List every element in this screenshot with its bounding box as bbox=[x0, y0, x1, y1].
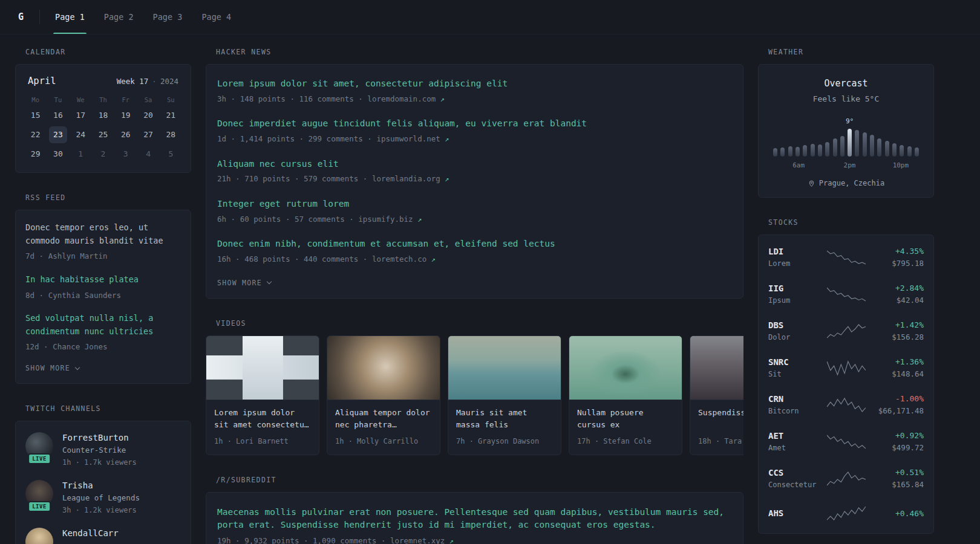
stock-values: +1.42%$156.28 bbox=[868, 320, 924, 342]
video-card[interactable]: Suspendisse diam18h · Tara bbox=[690, 335, 743, 455]
stock-name: Consectetur bbox=[768, 481, 824, 489]
item-domain-link[interactable]: loremdomain.com bbox=[367, 94, 436, 103]
video-title[interactable]: Nullam posuere cursus ex bbox=[577, 407, 674, 432]
hn-item-title[interactable]: Aliquam nec cursus elit bbox=[217, 158, 732, 170]
stock-change: +2.84% bbox=[868, 283, 924, 293]
calendar-day[interactable]: 5 bbox=[162, 146, 180, 163]
stock-row[interactable]: SNRCSit+1.36%$148.64 bbox=[768, 349, 924, 386]
stock-row[interactable]: CRNBitcorn-1.00%$66,171.48 bbox=[768, 386, 924, 423]
stock-values: +4.35%$795.18 bbox=[868, 247, 924, 268]
twitch-channel-name[interactable]: Trisha bbox=[62, 481, 140, 490]
video-card[interactable]: Nullam posuere cursus ex17h · Stefan Col… bbox=[569, 335, 682, 455]
calendar-header: April Week 17·2024 bbox=[24, 73, 182, 94]
nav-tab-1[interactable]: Page 1 bbox=[53, 0, 87, 34]
item-domain-link[interactable]: ipsumify.biz bbox=[358, 215, 413, 224]
stock-price: $795.18 bbox=[868, 259, 924, 268]
stock-row[interactable]: CCSConsectetur+0.51%$165.84 bbox=[768, 460, 924, 497]
video-card[interactable]: Lorem ipsum dolor sit amet consectetu…1h… bbox=[206, 335, 319, 455]
calendar-day[interactable]: 27 bbox=[139, 126, 157, 143]
calendar-day[interactable]: 3 bbox=[117, 146, 135, 163]
rss-item-title[interactable]: Sed volutpat nulla nisl, a condimentum n… bbox=[25, 312, 181, 338]
calendar-day[interactable]: 1 bbox=[71, 146, 90, 163]
weather-bar bbox=[892, 143, 897, 157]
rss-widget: RSS FEED Donec tempor eros leo, ut commo… bbox=[15, 193, 191, 384]
weather-location: Prague, Czechia bbox=[819, 179, 884, 187]
twitch-channel[interactable]: LIVEForrestBurtonCounter-Strike1h · 1.7k… bbox=[25, 432, 181, 468]
calendar-day[interactable]: 26 bbox=[117, 126, 135, 143]
rss-item-title[interactable]: Donec tempor eros leo, ut commodo mauris… bbox=[25, 221, 181, 247]
weather-bar bbox=[773, 148, 777, 157]
calendar-day[interactable]: 29 bbox=[27, 146, 45, 163]
show-more-label: SHOW MORE bbox=[217, 279, 262, 287]
item-domain-link[interactable]: loremlandia.org bbox=[372, 174, 440, 183]
stock-values: +1.36%$148.64 bbox=[868, 357, 924, 378]
rss-show-more-button[interactable]: SHOW MORE bbox=[25, 364, 181, 372]
calendar-day[interactable]: 28 bbox=[162, 126, 180, 143]
hn-item-title[interactable]: Donec imperdiet augue tincidunt felis al… bbox=[217, 118, 732, 130]
calendar-day[interactable]: 30 bbox=[49, 146, 67, 163]
twitch-channel-name[interactable]: KendallCarr bbox=[62, 528, 119, 538]
hn-item-title[interactable]: Lorem ipsum dolor sit amet, consectetur … bbox=[217, 78, 732, 90]
weather-bar bbox=[848, 129, 852, 157]
video-title[interactable]: Aliquam tempor dolor nec pharetra… bbox=[335, 407, 432, 432]
calendar-day[interactable]: 15 bbox=[27, 107, 45, 124]
twitch-channel[interactable]: LIVETrishaLeague of Legends3h · 1.2k vie… bbox=[25, 480, 181, 516]
video-title[interactable]: Suspendisse diam bbox=[698, 407, 743, 432]
twitch-channel[interactable]: LIVEKendallCarr bbox=[25, 528, 181, 544]
calendar-day[interactable]: 23 bbox=[49, 126, 67, 143]
stock-row[interactable]: IIGIpsum+2.84%$42.04 bbox=[768, 276, 924, 312]
stock-row[interactable]: DBSDolor+1.42%$156.28 bbox=[768, 312, 924, 349]
weather-bar bbox=[840, 136, 844, 157]
calendar-day[interactable]: 16 bbox=[49, 107, 67, 124]
stock-change: +1.42% bbox=[868, 320, 924, 329]
twitch-channel-name[interactable]: ForrestBurton bbox=[62, 433, 137, 442]
calendar-day[interactable]: 22 bbox=[27, 126, 45, 143]
video-thumbnail bbox=[206, 336, 319, 400]
video-info: Aliquam tempor dolor nec pharetra…1h · M… bbox=[327, 400, 440, 455]
rss-item-meta: 8d · Cynthia Saunders bbox=[25, 290, 181, 302]
video-card[interactable]: Aliquam tempor dolor nec pharetra…1h · M… bbox=[327, 335, 440, 455]
hn-item-title[interactable]: Donec enim nibh, condimentum et accumsan… bbox=[217, 238, 732, 250]
weather-bar bbox=[907, 146, 912, 157]
top-nav: G Page 1Page 2Page 3Page 4 bbox=[0, 0, 980, 34]
stock-identity: IIGIpsum bbox=[768, 283, 824, 305]
calendar-day[interactable]: 18 bbox=[94, 107, 112, 124]
nav-tab-3[interactable]: Page 3 bbox=[151, 0, 185, 34]
calendar-day[interactable]: 4 bbox=[139, 146, 157, 163]
external-link-icon: ↗ bbox=[417, 215, 422, 224]
video-title[interactable]: Mauris sit amet massa felis bbox=[456, 407, 553, 432]
stock-symbol: AET bbox=[768, 431, 824, 441]
app-logo[interactable]: G bbox=[16, 0, 26, 34]
item-domain-link[interactable]: loremtech.co bbox=[372, 254, 426, 264]
stock-row[interactable]: AETAmet+0.92%$499.72 bbox=[768, 423, 924, 460]
calendar-days-grid: 1516171819202122232425262728293012345 bbox=[24, 107, 182, 163]
item-domain-link[interactable]: ipsumworld.net bbox=[376, 134, 440, 143]
weather-card: Overcast Feels like 5°C 9° 6am2pm10pm Pr… bbox=[758, 64, 934, 198]
stock-sparkline-chart bbox=[827, 397, 866, 413]
nav-tab-4[interactable]: Page 4 bbox=[200, 0, 233, 34]
video-title[interactable]: Lorem ipsum dolor sit amet consectetu… bbox=[214, 407, 311, 432]
hn-item-title[interactable]: Integer eget rutrum lorem bbox=[217, 198, 732, 210]
calendar-day[interactable]: 21 bbox=[162, 107, 180, 124]
weather-bar bbox=[811, 144, 815, 157]
hackernews-show-more-button[interactable]: SHOW MORE bbox=[217, 279, 732, 287]
stock-row[interactable]: LDILorem+4.35%$795.18 bbox=[768, 239, 924, 276]
calendar-day[interactable]: 25 bbox=[94, 126, 112, 143]
stock-row[interactable]: AHS+0.46% bbox=[768, 497, 924, 529]
stock-values: +0.46% bbox=[868, 509, 924, 518]
rss-item-meta: 12d · Chance Jones bbox=[25, 342, 181, 353]
calendar-day[interactable]: 24 bbox=[71, 126, 90, 143]
nav-tab-2[interactable]: Page 2 bbox=[102, 0, 136, 34]
calendar-day[interactable]: 2 bbox=[94, 146, 112, 163]
video-card[interactable]: Mauris sit amet massa felis7h · Grayson … bbox=[448, 335, 561, 455]
item-domain-link[interactable]: loremnet.xyz bbox=[390, 536, 445, 544]
rss-item-title[interactable]: In hac habitasse platea bbox=[25, 273, 181, 287]
calendar-day[interactable]: 19 bbox=[117, 107, 135, 124]
stock-sparkline-chart bbox=[827, 249, 866, 266]
calendar-day[interactable]: 20 bbox=[139, 107, 157, 124]
subreddit-post-title[interactable]: Maecenas mollis pulvinar erat non posuer… bbox=[217, 506, 732, 533]
calendar-day[interactable]: 17 bbox=[71, 107, 90, 124]
twitch-meta: 1h · 1.7k viewers bbox=[62, 457, 137, 468]
twitch-widget-title: TWITCH CHANNELS bbox=[25, 404, 191, 413]
stock-sparkline bbox=[824, 433, 868, 450]
